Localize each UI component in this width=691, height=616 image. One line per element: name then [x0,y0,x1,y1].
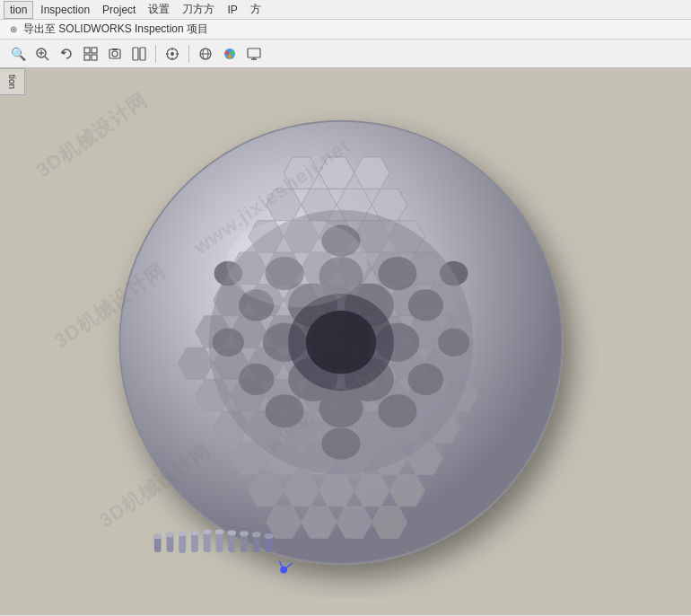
svg-rect-134 [216,532,223,552]
rotate-tool[interactable] [56,43,77,65]
menu-item-knife[interactable]: 刀方方 [177,0,220,19]
zoom-select-tool[interactable] [31,43,53,65]
menu-item-inspection[interactable]: Inspection [35,2,95,18]
svg-rect-6 [92,48,97,53]
svg-point-128 [226,219,367,307]
target-tool[interactable] [162,43,183,65]
svg-point-147 [252,532,261,537]
svg-rect-133 [204,532,211,552]
capture-tool[interactable] [104,43,126,65]
svg-rect-13 [140,48,145,60]
menu-item-fang[interactable]: 方 [245,0,267,19]
svg-point-10 [112,51,118,57]
globe-tool[interactable] [195,43,216,65]
left-panel-tab[interactable]: tion [0,68,25,95]
separator-1 [155,45,156,63]
svg-rect-132 [191,532,198,552]
svg-rect-12 [133,48,138,60]
svg-point-146 [240,531,249,536]
svg-point-141 [178,531,187,536]
svg-point-142 [190,530,199,535]
svg-point-24 [225,51,229,55]
svg-point-26 [228,55,232,58]
svg-line-149 [284,563,293,570]
svg-rect-7 [84,55,90,60]
svg-rect-5 [84,48,90,53]
zoom-tool[interactable]: 🔍 [7,43,29,65]
svg-point-143 [203,529,212,534]
svg-point-139 [153,533,162,539]
menu-bar: tion Inspection Project 设置 刀方方 IP 方 [0,0,691,20]
view-tool[interactable] [128,43,150,65]
menu-item-project[interactable]: Project [97,2,141,18]
grid-tool[interactable] [80,43,101,65]
color-tool[interactable] [219,43,241,65]
svg-rect-131 [179,533,186,553]
svg-rect-136 [241,533,248,552]
menu-item-settings[interactable]: 设置 [143,0,175,19]
svg-rect-8 [92,55,97,60]
display-tool[interactable] [243,43,265,65]
svg-point-144 [215,529,224,534]
export-text: 导出至 SOLIDWORKS Inspection 项目 [23,22,208,37]
separator-2 [188,45,189,63]
svg-point-148 [265,533,274,539]
sphere-svg [72,104,610,598]
svg-rect-11 [112,48,118,50]
menu-item-tion[interactable]: tion [4,1,33,19]
svg-rect-135 [228,532,235,552]
svg-point-25 [231,51,234,55]
3d-model-container [72,104,610,598]
menu-item-ip[interactable]: IP [222,2,242,18]
svg-point-145 [227,530,236,535]
mounting-pegs [153,529,274,553]
export-bar: ⊛ 导出至 SOLIDWORKS Inspection 项目 [0,20,691,40]
toolbar: 🔍 [0,40,691,68]
export-icon: ⊛ [7,23,20,36]
svg-point-15 [171,52,174,56]
viewport[interactable]: 3D机械设计网 www.jixiesheji.net 3D机械设计网 www.j… [0,68,691,614]
svg-line-1 [45,57,48,60]
svg-point-127 [306,311,377,374]
svg-rect-27 [248,48,260,57]
svg-point-140 [166,532,175,537]
